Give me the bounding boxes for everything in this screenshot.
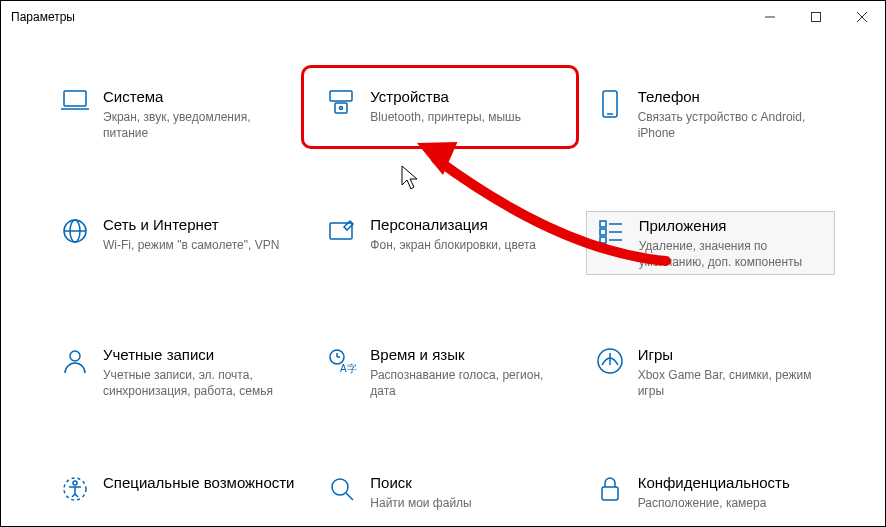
tile-devices[interactable]: Устройства Bluetooth, принтеры, мышь — [318, 83, 567, 145]
tile-sub: Расположение, камера — [638, 495, 831, 511]
body-area: Система Экран, звук, уведомления, питани… — [1, 33, 885, 526]
tile-title: Приложения — [639, 216, 830, 236]
minimize-icon — [765, 12, 775, 22]
svg-point-11 — [340, 107, 343, 110]
tile-personalization[interactable]: Персонализация Фон, экран блокировки, цв… — [318, 211, 567, 275]
svg-point-32 — [73, 481, 77, 485]
laptop-icon — [60, 89, 90, 113]
time-icon: A字 — [327, 347, 357, 375]
tile-ease-of-access[interactable]: Специальные возможности — [51, 469, 300, 527]
tile-sub: Учетные записи, эл. почта, синхронизация… — [103, 367, 296, 399]
svg-rect-20 — [600, 237, 606, 243]
tile-sub: Bluetooth, принтеры, мышь — [370, 109, 563, 125]
tile-title: Телефон — [638, 87, 831, 107]
tile-sub: Найти мои файлы — [370, 495, 563, 511]
tile-time[interactable]: A字 Время и язык Распознавание голоса, ре… — [318, 341, 567, 403]
tile-sub: Экран, звук, уведомления, питание — [103, 109, 296, 141]
ease-icon — [61, 475, 89, 503]
tile-title: Сеть и Интернет — [103, 215, 296, 235]
tile-privacy[interactable]: Конфиденциальность Расположение, камера — [586, 469, 835, 527]
window-title: Параметры — [11, 10, 75, 24]
svg-rect-4 — [64, 91, 86, 106]
svg-rect-10 — [335, 103, 347, 113]
svg-rect-17 — [330, 223, 352, 239]
tile-title: Учетные записи — [103, 345, 296, 365]
svg-point-24 — [70, 351, 80, 361]
tile-title: Система — [103, 87, 296, 107]
tile-title: Специальные возможности — [103, 473, 296, 493]
title-bar: Параметры — [1, 1, 885, 33]
maximize-icon — [811, 12, 821, 22]
svg-text:A字: A字 — [340, 363, 357, 374]
svg-line-34 — [346, 493, 353, 500]
window-controls — [747, 1, 885, 33]
devices-icon — [327, 89, 357, 115]
tile-sub: Xbox Game Bar, снимки, режим игры — [638, 367, 831, 399]
apps-icon — [597, 218, 625, 246]
tile-title: Конфиденциальность — [638, 473, 831, 493]
tile-title: Персонализация — [370, 215, 563, 235]
gaming-icon — [596, 347, 624, 375]
settings-grid: Система Экран, звук, уведомления, питани… — [1, 33, 885, 527]
svg-rect-19 — [600, 229, 606, 235]
tile-network[interactable]: Сеть и Интернет Wi-Fi, режим "в самолете… — [51, 211, 300, 275]
maximize-button[interactable] — [793, 1, 839, 33]
privacy-icon — [598, 475, 622, 503]
personalization-icon — [327, 217, 357, 243]
tile-accounts[interactable]: Учетные записи Учетные записи, эл. почта… — [51, 341, 300, 403]
svg-rect-18 — [600, 221, 606, 227]
tile-sub: Wi-Fi, режим "в самолете", VPN — [103, 237, 296, 253]
close-icon — [857, 12, 867, 22]
tile-title: Устройства — [370, 87, 563, 107]
tile-title: Поиск — [370, 473, 563, 493]
tile-title: Время и язык — [370, 345, 563, 365]
svg-rect-6 — [330, 91, 352, 101]
settings-window: Параметры Система Экран, звук, уведомлен… — [0, 0, 886, 527]
tile-system[interactable]: Система Экран, звук, уведомления, питани… — [51, 83, 300, 145]
svg-rect-12 — [603, 91, 617, 117]
close-button[interactable] — [839, 1, 885, 33]
globe-icon — [61, 217, 89, 245]
svg-rect-35 — [602, 487, 618, 500]
tile-title: Игры — [638, 345, 831, 365]
tile-sub: Фон, экран блокировки, цвета — [370, 237, 563, 253]
tile-gaming[interactable]: Игры Xbox Game Bar, снимки, режим игры — [586, 341, 835, 403]
accounts-icon — [61, 347, 89, 375]
tile-phone[interactable]: Телефон Связать устройство с Android, iP… — [586, 83, 835, 145]
svg-point-33 — [332, 479, 348, 495]
minimize-button[interactable] — [747, 1, 793, 33]
tile-sub: Распознавание голоса, регион, дата — [370, 367, 563, 399]
tile-apps[interactable]: Приложения Удаление, значения по умолчан… — [586, 211, 835, 275]
search-icon — [328, 475, 356, 503]
tile-sub: Удаление, значения по умолчанию, доп. ко… — [639, 238, 830, 270]
svg-rect-1 — [812, 13, 821, 22]
tile-sub: Связать устройство с Android, iPhone — [638, 109, 831, 141]
tile-search[interactable]: Поиск Найти мои файлы — [318, 469, 567, 527]
phone-icon — [599, 89, 621, 119]
